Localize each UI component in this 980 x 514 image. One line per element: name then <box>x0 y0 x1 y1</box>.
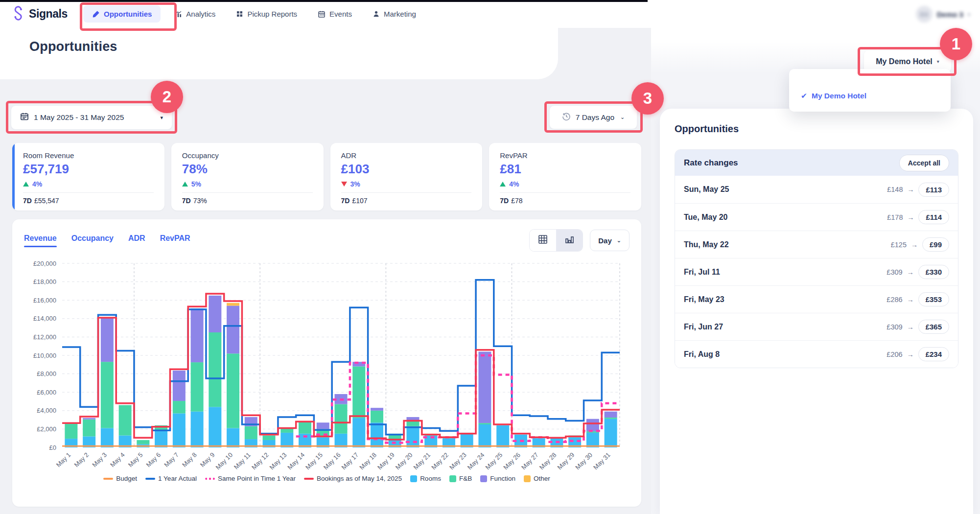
granularity-label: Day <box>598 236 612 245</box>
date-range-picker[interactable]: 1 May 2025 - 31 May 2025 ▾ <box>11 105 172 130</box>
svg-text:May 3: May 3 <box>91 451 108 469</box>
svg-text:May 7: May 7 <box>163 451 180 469</box>
accept-all-button[interactable]: Accept all <box>899 155 949 171</box>
rate-old-price: £206 <box>887 350 902 358</box>
rate-old-price: £148 <box>887 186 903 193</box>
rate-new-price-button[interactable]: £113 <box>918 183 949 197</box>
rate-new-price-button[interactable]: £99 <box>922 237 949 252</box>
comparison-label: 7 Days Ago <box>576 113 614 122</box>
svg-text:£12,000: £12,000 <box>33 333 56 341</box>
pencil-icon <box>92 10 100 18</box>
kpi-value: £57,719 <box>23 162 154 177</box>
svg-text:May 6: May 6 <box>145 451 163 469</box>
grid-icon <box>236 10 243 18</box>
rate-day-label: Fri, Jul 11 <box>684 268 720 277</box>
svg-text:May 12: May 12 <box>250 451 270 471</box>
svg-text:May 30: May 30 <box>574 451 594 471</box>
history-clock-icon <box>562 112 571 123</box>
svg-text:May 8: May 8 <box>181 451 198 469</box>
chevron-down-icon: ⌄ <box>617 237 621 244</box>
revenue-chart-card: RevenueOccupancyADRRevPAR <box>12 219 641 507</box>
legend-item-function[interactable]: Function <box>480 475 515 482</box>
legend-item-f-b[interactable]: F&B <box>449 475 472 482</box>
rate-new-price-button[interactable]: £353 <box>918 292 949 306</box>
rate-changes-header: Rate changes Accept all <box>675 150 958 176</box>
comparison-period-picker[interactable]: 7 Days Ago ⌄ <box>549 105 637 129</box>
rate-values: £206→£234 <box>887 347 949 361</box>
tab-occupancy[interactable]: Occupancy <box>71 234 114 247</box>
nav-item-events[interactable]: Events <box>311 5 359 23</box>
hotel-menu-item-label: My Demo Hotel <box>812 92 866 100</box>
svg-text:May 28: May 28 <box>538 451 558 471</box>
chart-plot-area: £0£2,000£4,000£6,000£8,000£10,000£12,000… <box>24 256 630 474</box>
opportunities-panel-title: Opportunities <box>675 123 958 135</box>
arrow-right-icon: → <box>907 186 914 193</box>
rate-old-price: £178 <box>887 213 903 221</box>
bar-chart-view-button[interactable] <box>556 230 583 251</box>
nav-item-opportunities[interactable]: Opportunities <box>83 5 161 23</box>
legend-item-1-year-actual[interactable]: 1 Year Actual <box>145 475 197 482</box>
table-view-button[interactable] <box>530 230 556 251</box>
rate-old-price: £125 <box>891 241 907 249</box>
arrow-right-icon: → <box>907 323 914 331</box>
svg-text:May 29: May 29 <box>556 451 576 471</box>
legend-swatch <box>145 478 155 480</box>
kpi-previous-period: 7D£55,547 <box>23 197 154 205</box>
chevron-down-icon: ▾ <box>968 12 970 17</box>
rate-old-price: £309 <box>887 268 902 276</box>
svg-text:£18,000: £18,000 <box>33 278 56 285</box>
legend-label: Bookings as of May 14, 2025 <box>317 475 402 482</box>
svg-text:May 24: May 24 <box>466 451 486 471</box>
legend-item-bookings-as-of-may-14-2025[interactable]: Bookings as of May 14, 2025 <box>304 475 402 482</box>
kpi-cards-row: Room Revenue£57,7194%7D£55,547Occupancy7… <box>12 143 641 210</box>
tab-revenue[interactable]: Revenue <box>24 234 57 247</box>
kpi-delta-value: 4% <box>509 180 519 188</box>
legend-item-budget[interactable]: Budget <box>103 475 137 482</box>
rate-changes-list: Sun, May 25£148→£113Tue, May 20£178→£114… <box>675 176 958 368</box>
svg-text:May 1: May 1 <box>55 451 72 469</box>
nav-item-label: Pickup Reports <box>247 10 297 18</box>
rate-day-label: Tue, May 20 <box>684 213 728 222</box>
avatar: D3 <box>916 6 933 23</box>
user-menu[interactable]: D3 Demo 3 ▾ <box>916 6 970 23</box>
svg-text:£2,000: £2,000 <box>37 425 56 433</box>
kpi-prev-prefix: 7D <box>341 197 350 205</box>
tab-revpar[interactable]: RevPAR <box>160 234 190 247</box>
svg-text:May 18: May 18 <box>358 451 378 471</box>
nav-item-pickup-reports[interactable]: Pickup Reports <box>229 5 304 23</box>
legend-swatch <box>205 478 215 480</box>
rate-new-price-button[interactable]: £114 <box>918 210 949 224</box>
legend-item-other[interactable]: Other <box>524 475 550 482</box>
hotel-selector-label: My Demo Hotel <box>876 57 933 66</box>
nav-item-label: Analytics <box>186 10 215 18</box>
legend-item-same-point-in-time-1-year[interactable]: Same Point in Time 1 Year <box>205 475 296 482</box>
kpi-delta-value: 4% <box>32 180 42 188</box>
view-toggle-group <box>529 229 583 252</box>
kpi-delta-value: 5% <box>191 180 201 188</box>
kpi-label: Room Revenue <box>23 151 154 160</box>
nav-item-analytics[interactable]: Analytics <box>167 5 222 23</box>
tab-adr[interactable]: ADR <box>128 234 145 247</box>
rate-values: £309→£365 <box>887 320 949 334</box>
calendar-icon <box>318 10 326 18</box>
rate-new-price-button[interactable]: £365 <box>918 320 949 334</box>
arrow-right-icon: → <box>907 350 914 358</box>
kpi-delta: 5% <box>182 180 313 188</box>
nav-item-marketing[interactable]: Marketing <box>366 5 423 23</box>
kpi-prev-prefix: 7D <box>182 197 191 205</box>
legend-swatch <box>304 478 314 480</box>
rate-new-price-button[interactable]: £330 <box>918 265 949 279</box>
revenue-stacked-bar-chart[interactable]: £0£2,000£4,000£6,000£8,000£10,000£12,000… <box>24 256 630 472</box>
rate-day-label: Thu, May 22 <box>684 240 729 249</box>
kpi-delta-value: 3% <box>350 180 360 188</box>
rate-new-price-button[interactable]: £234 <box>918 347 949 361</box>
granularity-select[interactable]: Day ⌄ <box>590 230 630 251</box>
rate-change-row: Tue, May 20£178→£114 <box>675 203 958 231</box>
kpi-delta: 4% <box>23 180 154 188</box>
legend-item-rooms[interactable]: Rooms <box>410 475 441 482</box>
triangle-down-icon <box>341 182 347 187</box>
kpi-prev-prefix: 7D <box>23 197 32 205</box>
bar-chart-icon <box>564 234 575 247</box>
legend-label: F&B <box>459 475 472 482</box>
hotel-menu-item[interactable]: ✔ My Demo Hotel <box>789 92 866 100</box>
